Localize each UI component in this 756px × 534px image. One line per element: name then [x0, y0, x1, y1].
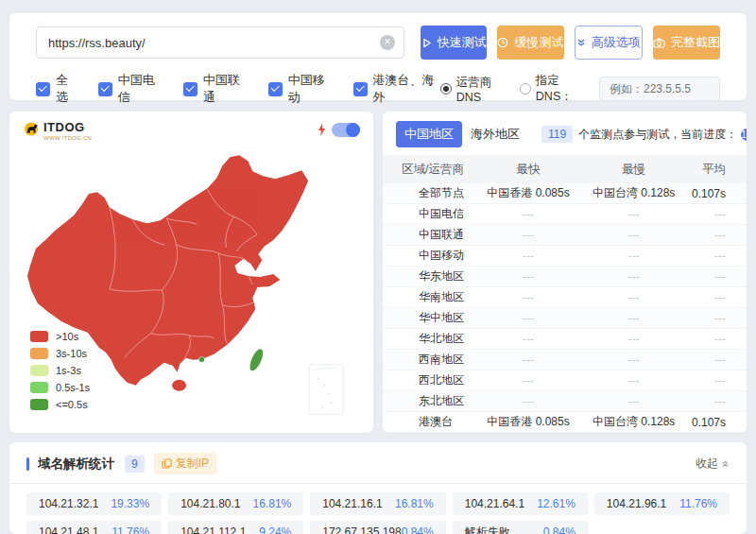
- checkbox-china-mobile[interactable]: 中国移动: [268, 72, 333, 106]
- radio-carrier-dns[interactable]: 运营商DNS: [440, 75, 508, 104]
- region-cell: 华中地区: [383, 310, 473, 326]
- ip-stat-cell: 104.21.64.112.61%: [453, 492, 588, 515]
- slowest-cell: ---: [583, 333, 685, 346]
- map-legend: >10s 3s-10s 1s-3s 0.5s-1s <=0.5s: [30, 331, 90, 410]
- table-row: 港澳台中国香港 0.085s中国台湾 0.128s0.107s: [383, 412, 747, 433]
- region-cell: 中国移动: [383, 248, 473, 264]
- table-row: 华东地区---------: [383, 267, 747, 287]
- tab-overseas-region[interactable]: 海外地区: [462, 121, 528, 147]
- legend-label: 0.5s-1s: [56, 382, 90, 393]
- page: × 快速测试 缓慢测试 高级选项 完整截图: [0, 0, 756, 534]
- checkbox-china-unicom[interactable]: 中国联通: [183, 72, 248, 106]
- average-cell: ---: [685, 333, 747, 346]
- ip-stat-cell: 172.67.135.1980.84%: [310, 521, 445, 534]
- fastest-cell: 中国香港 0.085s: [473, 185, 583, 201]
- average-cell: 0.107s: [685, 187, 747, 200]
- legend-label: 3s-10s: [56, 348, 87, 359]
- legend-item: >10s: [30, 331, 90, 342]
- fastest-cell: ---: [473, 270, 583, 284]
- checkbox-checked-icon: [36, 82, 50, 96]
- node-count-badge: 119: [541, 126, 573, 143]
- legend-swatch: [30, 382, 48, 393]
- column-region: 区域/运营商: [383, 162, 473, 178]
- tab-china-region[interactable]: 中国地区: [396, 121, 462, 147]
- progress-label: 个监测点参与测试，当前进度：: [578, 127, 737, 143]
- ip-stat-cell: 解析失败0.84%: [453, 521, 588, 534]
- slow-test-button[interactable]: 缓慢测试: [497, 26, 563, 60]
- average-cell: ---: [685, 270, 747, 284]
- region-cell: 西北地区: [383, 372, 473, 388]
- collapse-label: 收起: [696, 456, 718, 472]
- clear-input-icon[interactable]: ×: [380, 35, 395, 50]
- collapse-button[interactable]: 收起: [696, 456, 730, 472]
- ip-percent: 16.81%: [395, 497, 434, 510]
- camera-icon: [653, 38, 665, 48]
- advanced-options-button[interactable]: 高级选项: [575, 26, 643, 60]
- hainan-island: [172, 380, 186, 391]
- ip-value: 104.21.48.1: [39, 525, 98, 534]
- logo-text-block: ITDOG WWW.ITDOG.CN: [43, 121, 92, 141]
- slowest-cell: ---: [583, 395, 685, 408]
- logo-subtitle: WWW.ITDOG.CN: [43, 135, 92, 141]
- custom-dns-input[interactable]: [599, 77, 720, 101]
- dns-options: 运营商DNS 指定DNS：: [440, 73, 720, 105]
- copy-ip-button[interactable]: 复制IP: [154, 453, 216, 474]
- url-input[interactable]: [36, 26, 404, 59]
- checkbox-label: 港澳台、海外: [373, 72, 440, 106]
- checkbox-select-all[interactable]: 全选: [36, 72, 77, 106]
- table-row: 华中地区---------: [383, 308, 747, 329]
- legend-item: 1s-3s: [30, 365, 90, 376]
- copy-icon: [162, 458, 172, 469]
- ip-percent: 19.33%: [111, 497, 149, 510]
- legend-item: 0.5s-1s: [30, 382, 90, 393]
- table-row: 东北地区---------: [383, 391, 747, 412]
- map-toggle-switch[interactable]: [332, 123, 360, 137]
- advanced-options-label: 高级选项: [592, 34, 641, 51]
- fast-test-button[interactable]: 快速测试: [421, 26, 487, 60]
- play-icon: [421, 38, 432, 48]
- ip-percent: 12.61%: [537, 497, 576, 510]
- fastest-cell: ---: [473, 291, 583, 304]
- ip-value: 104.21.16.1: [322, 497, 382, 510]
- title-accent-bar: [26, 457, 29, 471]
- average-cell: ---: [685, 395, 747, 408]
- region-cell: 华东地区: [383, 268, 473, 284]
- ip-stat-cell: 104.21.32.119.33%: [26, 492, 162, 515]
- map-controls: [318, 123, 360, 137]
- ip-percent: 11.76%: [112, 525, 149, 534]
- ip-stats-grid: 104.21.32.119.33% 104.21.80.116.81% 104.…: [26, 492, 730, 534]
- checkbox-hmt-overseas[interactable]: 港澳台、海外: [353, 72, 440, 106]
- table-row: 中国移动---------: [383, 246, 747, 267]
- radio-label: 运营商DNS: [456, 75, 508, 104]
- table-row: 西北地区---------: [383, 370, 747, 391]
- legend-item: <=0.5s: [30, 399, 90, 410]
- fastest-cell: ---: [473, 353, 583, 367]
- region-cell: 西南地区: [383, 352, 473, 368]
- logo-title: ITDOG: [43, 121, 92, 133]
- slowest-cell: ---: [583, 291, 685, 304]
- checkbox-checked-icon: [353, 82, 368, 96]
- legend-swatch: [30, 348, 48, 359]
- average-cell: 0.107s: [685, 416, 747, 429]
- toolbar-row-2: 全选 中国电信 中国联通 中国移动 港澳台、海外 运营商DNS 指定DNS：: [36, 72, 720, 106]
- fastest-cell: ---: [473, 312, 583, 325]
- checkbox-checked-icon: [268, 82, 283, 96]
- table-row: 中国电信---------: [383, 204, 747, 225]
- radio-custom-dns[interactable]: 指定DNS：: [520, 73, 588, 105]
- ip-value: 104.21.32.1: [39, 497, 98, 510]
- ip-percent: 11.76%: [679, 497, 717, 510]
- results-card: 中国地区 海外地区 119 个监测点参与测试，当前进度： 100% 区域/运营商…: [383, 112, 747, 433]
- url-input-wrap: ×: [36, 26, 404, 59]
- average-cell: ---: [685, 208, 747, 221]
- checkbox-china-telecom[interactable]: 中国电信: [98, 72, 163, 106]
- full-screenshot-button[interactable]: 完整截图: [653, 26, 720, 60]
- region-cell: 全部节点: [383, 185, 473, 201]
- region-cell: 华南地区: [383, 289, 473, 305]
- ip-value: 172.67.135.198: [322, 525, 401, 534]
- results-tabs-row: 中国地区 海外地区 119 个监测点参与测试，当前进度： 100%: [383, 112, 747, 155]
- checkbox-label: 中国移动: [288, 72, 333, 106]
- ip-stat-cell: 104.21.112.19.24%: [168, 521, 303, 534]
- hongkong-dot: [198, 356, 204, 362]
- fastest-cell: 中国香港 0.085s: [473, 414, 583, 430]
- clock-icon: [497, 37, 508, 48]
